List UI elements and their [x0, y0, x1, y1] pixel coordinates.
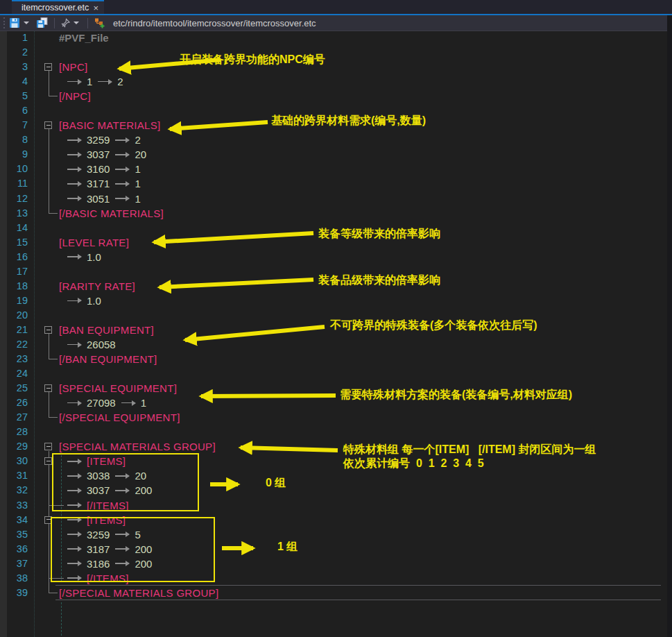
fold-marker[interactable]: [44, 443, 52, 450]
code-line-content: 1.0: [67, 250, 101, 264]
line-number: 22: [0, 337, 28, 352]
line-number: 10: [0, 162, 28, 176]
code-value: 1: [141, 397, 146, 409]
code-tag: [SPECIAL EQUIPMENT]: [59, 382, 177, 394]
line-number: 9: [0, 147, 28, 162]
save-button[interactable]: [7, 15, 34, 31]
tab-accent-divider: [0, 14, 672, 15]
code-line-content: [RARITY RATE]: [59, 279, 135, 294]
add-node-button[interactable]: [92, 15, 107, 31]
code-line-content: [LEVEL RATE]: [59, 235, 129, 250]
line-number: 39: [0, 586, 28, 600]
code-line-content: [SPECIAL EQUIPMENT]: [59, 381, 177, 396]
line-number: 4: [0, 74, 28, 89]
scrollbar-track[interactable]: [667, 15, 672, 637]
code-line[interactable]: 1131711: [0, 176, 667, 191]
long-arrow-glyph: [115, 198, 129, 199]
long-arrow-glyph: [67, 402, 81, 404]
code-value: 1.0: [87, 251, 101, 263]
code-line[interactable]: 1#PVF_File: [0, 31, 667, 45]
line-number: 13: [0, 206, 28, 221]
code-line[interactable]: 9303720: [0, 147, 667, 162]
line-number: 17: [0, 264, 28, 279]
code-line[interactable]: 191.0: [0, 294, 667, 308]
chevron-down-icon[interactable]: [24, 22, 29, 24]
code-tag: [/SPECIAL MATERIALS GROUP]: [59, 587, 218, 599]
line-number: 14: [0, 221, 28, 235]
tab-itemcrossover[interactable]: itemcrossover.etc ×: [12, 0, 104, 14]
line-number: 25: [0, 381, 28, 396]
code-line[interactable]: 27[/SPECIAL EQUIPMENT]: [0, 410, 667, 425]
code-value: 2: [117, 76, 123, 87]
chevron-down-icon[interactable]: [74, 22, 79, 24]
line-number: 30: [0, 454, 28, 468]
group1-highlight-box: [51, 517, 215, 582]
code-line[interactable]: 412: [0, 74, 667, 89]
code-line-content: 303720: [67, 147, 146, 162]
code-line[interactable]: 2: [0, 45, 667, 60]
code-line[interactable]: 1230511: [0, 192, 667, 206]
code-comment: #PVF_File: [59, 32, 109, 44]
fold-marker[interactable]: [44, 63, 52, 71]
code-line[interactable]: 1031601: [0, 162, 667, 176]
fold-marker[interactable]: [44, 121, 52, 129]
code-tag: [LEVEL RATE]: [59, 237, 129, 248]
code-line-content: 31601: [67, 162, 141, 176]
fold-connector-ban: [49, 334, 49, 352]
code-line-content: [/BASIC MATERIALS]: [59, 206, 164, 221]
line-number: 32: [0, 483, 28, 498]
save-all-button[interactable]: [34, 15, 51, 31]
code-line[interactable]: 24: [0, 366, 667, 381]
long-arrow-glyph: [115, 169, 129, 170]
code-tag: [NPC]: [59, 61, 88, 73]
annotation-npc: 开启装备跨界功能的NPC编号: [180, 53, 325, 67]
annotation-special-eq: 需要特殊材料方案的装备(装备编号,材料对应组): [340, 388, 572, 402]
line-number: 20: [0, 308, 28, 323]
annotation-smg-line1: 特殊材料组 每一个[ITEM] [/ITEM] 封闭区间为一组: [343, 443, 596, 457]
code-line-content: 26058: [67, 337, 116, 352]
long-arrow-glyph: [67, 183, 81, 185]
code-line[interactable]: 3[NPC]: [0, 60, 667, 74]
code-value: 26058: [87, 339, 116, 350]
line-number: 23: [0, 352, 28, 366]
code-line[interactable]: 5[/NPC]: [0, 89, 667, 103]
line-number: 35: [0, 527, 28, 542]
close-icon[interactable]: ×: [93, 3, 98, 12]
fold-marker[interactable]: [44, 384, 52, 392]
code-line-content: [/NPC]: [59, 89, 91, 103]
code-tag: [/NPC]: [59, 90, 91, 102]
fold-marker[interactable]: [44, 326, 52, 334]
breadcrumb: etc/rindro/itemtool/itemcrossover/itemcr…: [113, 18, 316, 28]
code-line[interactable]: 161.0: [0, 250, 667, 264]
long-arrow-glyph: [115, 183, 129, 185]
long-arrow-glyph: [67, 344, 81, 346]
long-arrow-glyph: [115, 139, 129, 141]
long-arrow-glyph: [67, 139, 81, 141]
code-line-content: [NPC]: [59, 60, 88, 74]
fold-corner: [49, 586, 58, 593]
code-value: 1.0: [87, 295, 101, 307]
code-line[interactable]: 2226058: [0, 337, 667, 352]
code-line-content: [SPECIAL MATERIALS GROUP]: [59, 439, 216, 454]
code-line[interactable]: 13[/BASIC MATERIALS]: [0, 206, 667, 221]
toolbar-grip-handle[interactable]: [1, 17, 7, 29]
code-value: 27098: [87, 397, 116, 409]
code-line[interactable]: 23[/BAN EQUIPMENT]: [0, 352, 667, 366]
code-line-content: [/SPECIAL EQUIPMENT]: [59, 410, 180, 425]
annotation-group1: 1 组: [277, 540, 298, 554]
tab-bar: itemcrossover.etc ×: [0, 0, 672, 14]
line-number: 1: [0, 31, 28, 45]
tab-title: itemcrossover.etc: [21, 3, 89, 12]
fold-marker[interactable]: [44, 457, 52, 465]
code-tag: [/BASIC MATERIALS]: [59, 207, 164, 219]
long-arrow-glyph: [67, 256, 81, 257]
code-line[interactable]: 832592: [0, 133, 667, 147]
code-line[interactable]: 28: [0, 425, 667, 439]
long-arrow-glyph: [67, 198, 81, 199]
code-tag: [SPECIAL MATERIALS GROUP]: [59, 441, 216, 452]
code-line-content: 31711: [67, 176, 141, 191]
code-value: 1: [135, 178, 140, 189]
fold-corner: [49, 410, 58, 418]
code-line[interactable]: 39[/SPECIAL MATERIALS GROUP]: [0, 586, 667, 600]
pin-button[interactable]: [58, 15, 84, 31]
